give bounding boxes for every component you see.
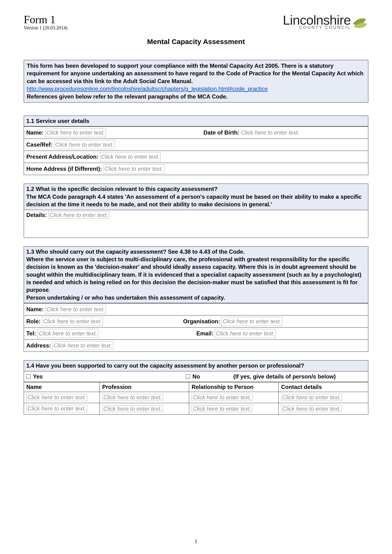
section-1-2: 1.2 What is the specific decision releva…	[24, 184, 368, 238]
details-label: Details:	[26, 212, 47, 218]
page-title: Mental Capacity Assessment	[24, 38, 368, 46]
assessor-org-label: Organisation:	[183, 317, 220, 326]
home-address-label: Home Address (if Different):	[26, 165, 102, 173]
section-1-2-heading-line2: The MCA Code paragraph 4.4 states 'An as…	[26, 194, 362, 208]
dob-input[interactable]: Click here to enter text.	[241, 128, 299, 137]
assessor-name-label: Name:	[26, 305, 44, 314]
assessor-org-input[interactable]: Click here to enter text.	[221, 317, 282, 326]
present-address-input[interactable]: Click here to enter text.	[100, 152, 161, 161]
intro-text-2: References given below refer to the rele…	[27, 93, 228, 100]
assessor-tel-input[interactable]: Click here to enter text.	[37, 329, 98, 338]
col-profession: Profession	[99, 382, 189, 392]
form-version: Version 1 (20.03.2014)	[24, 25, 67, 31]
dob-label: Date of Birth:	[203, 128, 239, 137]
yes-label: Yes	[33, 373, 43, 380]
section-1-3-heading-line2: Where the service user is subject to mul…	[26, 256, 361, 293]
section-1-2-heading-line1: 1.2 What is the specific decision releva…	[26, 186, 217, 192]
support-table: Name Profession Relationship to Person C…	[24, 382, 368, 415]
support-profession-input[interactable]: Click here to enter text.	[102, 405, 163, 412]
col-name: Name	[24, 382, 99, 392]
assessor-email-input[interactable]: Click here to enter text.	[215, 329, 276, 338]
no-label: No	[192, 373, 200, 380]
section-1-3-heading-line3: Person undertaking / or who has undertak…	[26, 294, 225, 301]
support-relationship-input[interactable]: Click here to enter text.	[191, 405, 252, 412]
assessor-name-input[interactable]: Click here to enter text.	[45, 305, 106, 314]
intro-box: This form has been developed to support …	[24, 60, 368, 103]
code-of-practice-link[interactable]: http://www.proceduresonline.com/lincolns…	[27, 85, 268, 92]
present-address-label: Present Address/Location:	[26, 152, 98, 161]
section-1-3-heading: 1.3 Who should carry out the capacity as…	[24, 247, 368, 303]
support-name-input[interactable]: Click here to enter text.	[26, 394, 87, 401]
support-relationship-input[interactable]: Click here to enter text.	[191, 394, 252, 401]
no-checkbox[interactable]	[186, 374, 190, 379]
assessor-address-label: Address:	[26, 341, 51, 350]
assessor-address-input[interactable]: Click here to enter text.	[52, 341, 113, 350]
section-1-2-heading: 1.2 What is the specific decision releva…	[24, 184, 368, 210]
caseref-input[interactable]: Click here to enter text.	[54, 140, 115, 149]
page-number: 1	[0, 538, 392, 545]
logo: Lincolnshire COUNTY COUNCIL	[283, 14, 368, 30]
document-header: Form 1 Version 1 (20.03.2014) Lincolnshi…	[24, 14, 368, 31]
support-contact-input[interactable]: Click here to enter text.	[281, 394, 342, 401]
intro-text-1: This form has been developed to support …	[27, 62, 364, 84]
support-hint: (If yes, give details of person/s below)	[233, 373, 366, 380]
details-input[interactable]: Click here to enter text.	[48, 212, 109, 219]
section-1-1: 1.1 Service user details Name: Click her…	[24, 116, 368, 175]
section-1-3-heading-line1: 1.3 Who should carry out the capacity as…	[26, 249, 245, 255]
table-row: Click here to enter text. Click here to …	[24, 403, 368, 414]
yes-checkbox[interactable]	[26, 374, 31, 379]
caseref-label: Case/Ref:	[26, 140, 53, 149]
assessor-role-label: Role:	[26, 317, 41, 326]
name-input[interactable]: Click here to enter text.	[45, 128, 106, 137]
form-number: Form 1	[24, 14, 67, 25]
col-relationship: Relationship to Person	[189, 382, 279, 392]
section-1-4: 1.4 Have you been supported to carry out…	[24, 360, 368, 415]
logo-text: Lincolnshire	[283, 14, 351, 26]
assessor-role-input[interactable]: Click here to enter text.	[42, 317, 103, 326]
support-profession-input[interactable]: Click here to enter text.	[102, 394, 163, 401]
home-address-input[interactable]: Click here to enter text.	[103, 164, 164, 173]
support-name-input[interactable]: Click here to enter text.	[26, 405, 87, 412]
table-row: Click here to enter text. Click here to …	[24, 392, 368, 403]
support-contact-input[interactable]: Click here to enter text.	[281, 405, 342, 412]
logo-mark-icon	[352, 14, 368, 30]
assessor-email-label: Email:	[196, 329, 213, 338]
assessor-tel-label: Tel:	[26, 329, 36, 338]
section-1-4-heading: 1.4 Have you been supported to carry out…	[24, 360, 368, 371]
name-label: Name:	[26, 128, 44, 137]
section-1-1-heading: 1.1 Service user details	[24, 116, 368, 126]
section-1-3: 1.3 Who should carry out the capacity as…	[24, 246, 368, 352]
col-contact: Contact details	[279, 382, 368, 392]
